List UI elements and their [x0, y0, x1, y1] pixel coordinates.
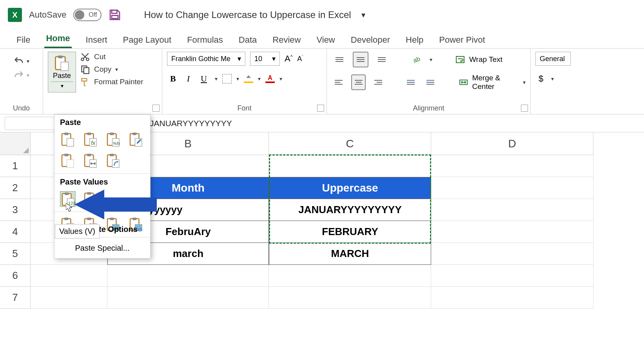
paste-all-icon[interactable] [60, 132, 76, 147]
paste-formulas-number-icon[interactable]: %fx [105, 132, 121, 147]
col-header-D[interactable]: D [431, 132, 593, 155]
save-icon[interactable] [109, 9, 121, 21]
col-header-C[interactable]: C [269, 132, 431, 155]
cell[interactable]: MARCH [269, 243, 431, 265]
alignment-launcher-icon[interactable] [521, 105, 528, 112]
chevron-down-icon[interactable]: ▾ [236, 76, 239, 82]
copy-button[interactable]: Copy ▾ [80, 64, 143, 74]
paste-special-item[interactable]: Paste Special... [54, 238, 150, 258]
decrease-font-icon[interactable]: Aˇ [297, 55, 303, 63]
undo-button[interactable]: ▾ [13, 56, 29, 67]
cell[interactable] [107, 265, 269, 287]
select-all-corner[interactable] [0, 132, 31, 155]
redo-button[interactable]: ▾ [13, 70, 29, 81]
chevron-down-icon[interactable]: ▾ [258, 76, 261, 82]
tab-data[interactable]: Data [237, 32, 258, 48]
row-header-4[interactable]: 4 [0, 221, 31, 243]
row-header-1[interactable]: 1 [0, 155, 31, 177]
paste-dropdown[interactable]: ▾ [51, 81, 73, 90]
align-center-button[interactable] [351, 74, 366, 90]
font-color-button[interactable]: A [265, 74, 275, 83]
chevron-down-icon[interactable]: ▾ [272, 54, 276, 63]
name-box[interactable] [5, 117, 56, 130]
tab-power-pivot[interactable]: Power Pivot [437, 32, 486, 48]
tab-help[interactable]: Help [404, 32, 425, 48]
cell[interactable] [431, 155, 593, 177]
row-header-7[interactable]: 7 [0, 287, 31, 309]
chevron-down-icon[interactable]: ▾ [523, 79, 526, 85]
tab-file[interactable]: File [15, 32, 32, 48]
decrease-indent-button[interactable] [403, 74, 417, 90]
increase-font-icon[interactable]: A^ [285, 54, 292, 64]
tab-view[interactable]: View [315, 32, 336, 48]
paste-no-borders-icon[interactable] [60, 153, 76, 168]
formula-bar-value[interactable]: JANUARYYYYYYYYY [150, 119, 232, 128]
chevron-down-icon[interactable]: ▾ [115, 66, 118, 72]
font-name-select[interactable]: Franklin Gothic Me▾ [167, 52, 245, 66]
font-size-select[interactable]: 10▾ [250, 52, 280, 66]
merge-center-button[interactable]: Merge & Center ▾ [459, 74, 526, 91]
cell[interactable] [431, 265, 593, 287]
number-format-select[interactable]: General [535, 52, 571, 66]
paste-formulas-icon[interactable]: fx [83, 132, 98, 147]
wrap-text-button[interactable]: Wrap Text [455, 55, 503, 64]
cut-button[interactable]: Cut [80, 52, 143, 62]
clipboard-launcher-icon[interactable] [152, 105, 160, 112]
align-bottom-button[interactable] [374, 52, 390, 67]
cell[interactable] [269, 155, 431, 177]
svg-rect-4 [61, 62, 68, 71]
tab-insert[interactable]: Insert [84, 32, 109, 48]
cell[interactable] [269, 265, 431, 287]
chevron-down-icon[interactable]: ▾ [551, 76, 554, 82]
italic-button[interactable]: I [184, 72, 193, 85]
tab-developer[interactable]: Developer [349, 32, 392, 48]
copy-label: Copy [94, 65, 111, 74]
cell-header-uppercase[interactable]: Uppercase [269, 177, 431, 199]
orientation-button[interactable]: ab [408, 52, 424, 67]
format-painter-button[interactable]: Format Painter [80, 77, 143, 87]
bold-button[interactable]: B [167, 72, 179, 85]
cell[interactable] [431, 177, 593, 199]
row-header-6[interactable]: 6 [0, 265, 31, 287]
paste-column-widths-icon[interactable] [83, 153, 98, 168]
cell[interactable] [269, 287, 431, 309]
underline-button[interactable]: U [198, 72, 210, 85]
accounting-format-button[interactable]: $ [535, 72, 546, 85]
font-launcher-icon[interactable] [317, 105, 324, 112]
paste-keep-source-icon[interactable] [128, 132, 144, 147]
cell[interactable] [431, 221, 593, 243]
chevron-down-icon[interactable]: ▾ [27, 72, 29, 78]
chevron-down-icon[interactable]: ▾ [279, 76, 282, 82]
cell[interactable] [107, 287, 269, 309]
paste-transpose-icon[interactable] [105, 153, 121, 168]
paste-button[interactable]: Paste ▾ [48, 52, 76, 92]
cell[interactable] [31, 287, 107, 309]
cell[interactable]: FEBRUARY [269, 221, 431, 243]
align-left-button[interactable] [332, 74, 346, 90]
increase-indent-button[interactable] [423, 74, 437, 90]
chevron-down-icon[interactable]: ▾ [430, 56, 432, 63]
align-right-button[interactable] [371, 74, 385, 90]
cell[interactable]: JANUARYYYYYYYYY [269, 199, 431, 221]
cell[interactable] [31, 265, 107, 287]
row-header-2[interactable]: 2 [0, 177, 31, 199]
chevron-down-icon[interactable]: ▾ [215, 76, 218, 82]
align-middle-button[interactable] [353, 52, 368, 67]
row-header-3[interactable]: 3 [0, 199, 31, 221]
format-painter-label: Format Painter [94, 78, 143, 86]
fill-color-button[interactable] [244, 74, 253, 83]
title-dropdown-icon[interactable]: ▾ [361, 10, 365, 20]
cell[interactable] [431, 287, 593, 309]
tab-page-layout[interactable]: Page Layout [122, 32, 173, 48]
chevron-down-icon[interactable]: ▾ [27, 58, 29, 64]
cell[interactable] [431, 243, 593, 265]
autosave-toggle[interactable]: Off [73, 9, 102, 21]
tab-review[interactable]: Review [271, 32, 302, 48]
chevron-down-icon[interactable]: ▾ [238, 54, 241, 63]
row-header-5[interactable]: 5 [0, 243, 31, 265]
tab-home[interactable]: Home [44, 30, 71, 48]
align-top-button[interactable] [332, 52, 347, 67]
cell[interactable] [431, 199, 593, 221]
tab-formulas[interactable]: Formulas [185, 32, 225, 48]
borders-button[interactable] [222, 74, 232, 83]
